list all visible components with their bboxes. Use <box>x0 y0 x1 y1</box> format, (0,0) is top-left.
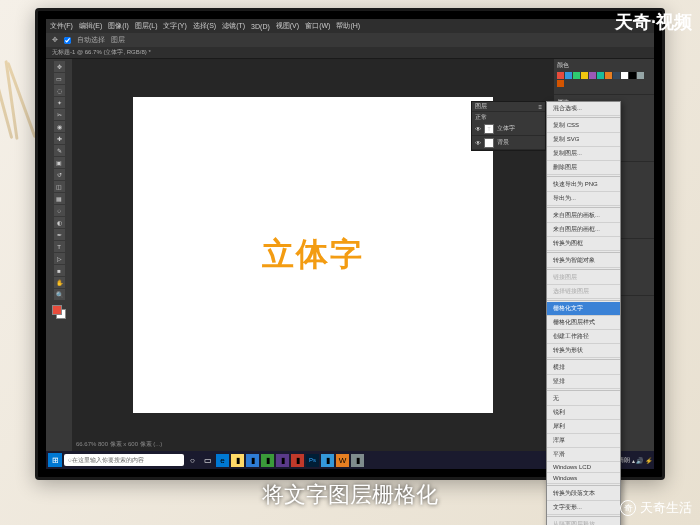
context-menu-item[interactable]: 转换为智能对象 <box>547 254 620 268</box>
heal-tool[interactable]: ✚ <box>54 133 65 144</box>
tb-app4[interactable]: ▮ <box>291 454 304 467</box>
tb-app1[interactable]: ▮ <box>246 454 259 467</box>
canvas-text-layer[interactable]: 立体字 <box>262 233 364 277</box>
color-swatch[interactable] <box>589 72 596 79</box>
tb-app7[interactable]: ▮ <box>351 454 364 467</box>
crop-tool[interactable]: ✂ <box>54 109 65 120</box>
tb-app3[interactable]: ▮ <box>276 454 289 467</box>
context-menu-item[interactable]: 犀利 <box>547 420 620 434</box>
menu-window[interactable]: 窗口(W) <box>305 21 330 31</box>
context-menu-item[interactable]: Windows <box>547 473 620 484</box>
layer-row-text[interactable]: 👁 T 立体字 <box>472 122 545 136</box>
tb-cortana[interactable]: ○ <box>186 454 199 467</box>
eraser-tool[interactable]: ◫ <box>54 181 65 192</box>
color-swatch[interactable] <box>573 72 580 79</box>
context-menu-item[interactable]: 创建工作路径 <box>547 330 620 344</box>
gradient-tool[interactable]: ▦ <box>54 193 65 204</box>
context-menu-item[interactable]: 复制 SVG <box>547 133 620 147</box>
marquee-tool[interactable]: ▭ <box>54 73 65 84</box>
context-menu-item[interactable]: 栅格化文字 <box>547 302 620 316</box>
layer-row-bg[interactable]: 👁 背景 <box>472 136 545 150</box>
tb-photoshop[interactable]: Ps <box>306 454 319 467</box>
shape-tool[interactable]: ■ <box>54 265 65 276</box>
tray-icons[interactable]: ▴ 🔊 ⚡ <box>632 457 652 464</box>
layer-name: 立体字 <box>497 124 515 133</box>
color-swatches[interactable] <box>52 305 66 319</box>
hand-tool[interactable]: ✋ <box>54 277 65 288</box>
context-menu-item[interactable]: 复制图层... <box>547 147 620 161</box>
color-swatch[interactable] <box>557 72 564 79</box>
history-brush-tool[interactable]: ↺ <box>54 169 65 180</box>
context-menu-item[interactable]: 浑厚 <box>547 434 620 448</box>
context-menu-item[interactable]: Windows LCD <box>547 462 620 473</box>
eyedropper-tool[interactable]: ◉ <box>54 121 65 132</box>
color-swatch[interactable] <box>637 72 644 79</box>
blend-mode-dropdown[interactable]: 正常 <box>475 113 487 122</box>
tb-app6[interactable]: W <box>336 454 349 467</box>
path-tool[interactable]: ▷ <box>54 253 65 264</box>
menu-image[interactable]: 图像(I) <box>108 21 129 31</box>
zoom-tool[interactable]: 🔍 <box>54 289 65 300</box>
tb-app2[interactable]: ▮ <box>261 454 274 467</box>
context-menu-item[interactable]: 锐利 <box>547 406 620 420</box>
layer-context-menu: 混合选项...复制 CSS复制 SVG复制图层...删除图层快速导出为 PNG导… <box>546 101 621 525</box>
context-menu-item[interactable]: 复制 CSS <box>547 119 620 133</box>
color-swatch[interactable] <box>597 72 604 79</box>
color-swatch[interactable] <box>629 72 636 79</box>
type-tool[interactable]: T <box>54 241 65 252</box>
tb-explorer[interactable]: ▮ <box>231 454 244 467</box>
context-menu-item[interactable]: 来自图层的画板... <box>547 209 620 223</box>
context-menu-item[interactable]: 快速导出为 PNG <box>547 178 620 192</box>
context-menu-item[interactable]: 导出为... <box>547 192 620 206</box>
menu-edit[interactable]: 编辑(E) <box>79 21 102 31</box>
context-menu-item[interactable]: 无 <box>547 392 620 406</box>
context-menu-item[interactable]: 转换为段落文本 <box>547 487 620 501</box>
context-menu-item[interactable]: 删除图层 <box>547 161 620 175</box>
dodge-tool[interactable]: ◐ <box>54 217 65 228</box>
context-menu-item[interactable]: 转换为形状 <box>547 344 620 358</box>
context-menu-item[interactable]: 栅格化图层样式 <box>547 316 620 330</box>
brush-tool[interactable]: ✎ <box>54 145 65 156</box>
context-menu-item[interactable]: 文字变形... <box>547 501 620 515</box>
context-menu-item[interactable]: 平滑 <box>547 448 620 462</box>
tb-app5[interactable]: ▮ <box>321 454 334 467</box>
taskbar-search[interactable]: ○ 在这里输入你要搜索的内容 <box>64 454 184 466</box>
tb-taskview[interactable]: ▭ <box>201 454 214 467</box>
foreground-color[interactable] <box>52 305 62 315</box>
menu-3d[interactable]: 3D(D) <box>251 23 270 30</box>
visibility-icon[interactable]: 👁 <box>475 140 481 146</box>
context-menu-item[interactable]: 转换为图框 <box>547 237 620 251</box>
color-swatch[interactable] <box>557 80 564 87</box>
menu-help[interactable]: 帮助(H) <box>336 21 360 31</box>
menu-type[interactable]: 文字(Y) <box>163 21 186 31</box>
canvas[interactable]: 立体字 <box>133 97 493 414</box>
context-menu-item[interactable]: 横排 <box>547 361 620 375</box>
start-button[interactable]: ⊞ <box>48 453 62 467</box>
lasso-tool[interactable]: ◌ <box>54 85 65 96</box>
context-menu-item[interactable]: 混合选项... <box>547 102 620 116</box>
visibility-icon[interactable]: 👁 <box>475 126 481 132</box>
menu-layer[interactable]: 图层(L) <box>135 21 158 31</box>
stamp-tool[interactable]: ▣ <box>54 157 65 168</box>
document-tab[interactable]: 无标题-1 @ 66.7% (立体字, RGB/8) * <box>52 48 151 57</box>
menu-file[interactable]: 文件(F) <box>50 21 73 31</box>
context-menu-item[interactable]: 来自图层的画框... <box>547 223 620 237</box>
layer-dropdown[interactable]: 图层 <box>111 35 125 45</box>
color-swatch[interactable] <box>613 72 620 79</box>
color-swatch[interactable] <box>605 72 612 79</box>
color-swatch[interactable] <box>565 72 572 79</box>
context-menu-item[interactable]: 竖排 <box>547 375 620 389</box>
pen-tool[interactable]: ✒ <box>54 229 65 240</box>
move-tool[interactable]: ✥ <box>54 61 65 72</box>
color-swatch[interactable] <box>621 72 628 79</box>
auto-select-checkbox[interactable] <box>64 37 71 44</box>
wand-tool[interactable]: ✦ <box>54 97 65 108</box>
color-swatch[interactable] <box>581 72 588 79</box>
layers-menu-icon[interactable]: ≡ <box>538 104 542 110</box>
menu-select[interactable]: 选择(S) <box>193 21 216 31</box>
menu-view[interactable]: 视图(V) <box>276 21 299 31</box>
blur-tool[interactable]: ○ <box>54 205 65 216</box>
menu-filter[interactable]: 滤镜(T) <box>222 21 245 31</box>
tb-edge[interactable]: e <box>216 454 229 467</box>
background-decoration <box>0 60 40 180</box>
